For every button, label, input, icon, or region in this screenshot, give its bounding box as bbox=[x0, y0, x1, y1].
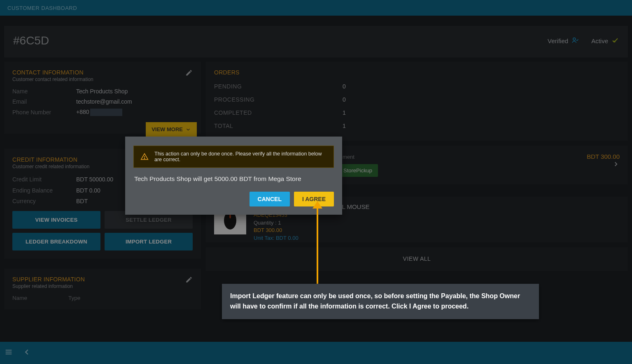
cancel-button[interactable]: CANCEL bbox=[250, 192, 290, 206]
svg-point-5 bbox=[144, 158, 145, 159]
warning-icon bbox=[140, 153, 149, 161]
annotation-callout: Import Ledger feature can only be used o… bbox=[222, 284, 539, 319]
agree-button[interactable]: I AGREE bbox=[294, 192, 334, 206]
warning-banner: This action can only be done once. Pleas… bbox=[133, 146, 334, 168]
warning-text: This action can only be done once. Pleas… bbox=[154, 151, 327, 162]
modal-message: Tech Products Shop will get 5000.00 BDT … bbox=[134, 175, 334, 183]
modal-buttons: CANCEL I AGREE bbox=[133, 192, 334, 206]
confirm-modal: This action can only be done once. Pleas… bbox=[125, 137, 342, 215]
